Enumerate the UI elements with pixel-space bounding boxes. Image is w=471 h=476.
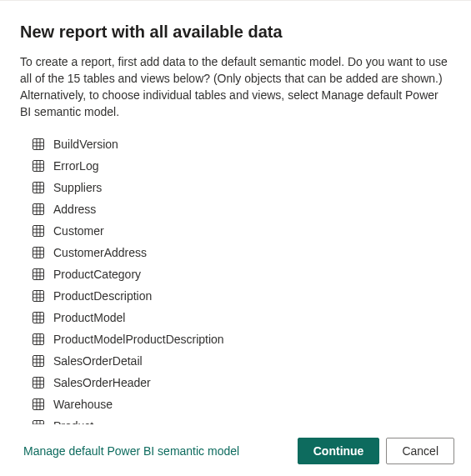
dialog-description: To create a report, first add data to th… <box>20 53 451 120</box>
table-icon <box>32 246 45 259</box>
svg-rect-10 <box>33 183 44 193</box>
new-report-dialog: New report with all available data To cr… <box>0 1 471 476</box>
table-item: BuildVersion <box>32 133 451 155</box>
manage-semantic-model-link[interactable]: Manage default Power BI semantic model <box>20 444 239 458</box>
table-item: CustomerAddress <box>32 242 451 263</box>
table-item-label: Suppliers <box>53 181 102 194</box>
svg-rect-40 <box>33 313 44 323</box>
table-item: ProductDescription <box>32 285 451 307</box>
table-icon <box>32 354 45 368</box>
dialog-title: New report with all available data <box>20 23 454 42</box>
footer-buttons: Continue Cancel <box>298 438 454 464</box>
table-item: Suppliers <box>32 177 451 198</box>
dialog-content-scroll[interactable]: To create a report, first add data to th… <box>20 53 459 424</box>
table-item: Warehouse <box>32 393 451 415</box>
table-icon <box>32 224 45 238</box>
table-item: SalesOrderHeader <box>32 372 451 393</box>
svg-rect-15 <box>33 204 44 215</box>
table-item: ErrorLog <box>32 155 451 177</box>
table-icon <box>32 289 45 303</box>
table-item: ProductCategory <box>32 263 451 285</box>
cancel-button[interactable]: Cancel <box>386 438 454 464</box>
table-item: Product <box>32 415 451 424</box>
svg-rect-50 <box>33 356 44 367</box>
table-item: ProductModel <box>32 307 451 328</box>
table-item-label: ErrorLog <box>53 159 98 173</box>
table-item: ProductModelProductDescription <box>32 328 451 350</box>
dialog-footer: Manage default Power BI semantic model C… <box>20 424 454 464</box>
table-icon <box>32 398 45 411</box>
table-icon <box>32 268 45 281</box>
table-item: Address <box>32 198 451 220</box>
table-item-label: SalesOrderHeader <box>53 376 151 389</box>
svg-rect-35 <box>33 291 44 302</box>
table-item-label: ProductCategory <box>53 268 141 281</box>
svg-rect-30 <box>33 269 44 280</box>
table-icon <box>32 311 45 324</box>
table-icon <box>32 203 45 216</box>
svg-rect-20 <box>33 226 44 237</box>
svg-rect-25 <box>33 248 44 258</box>
table-item-label: Customer <box>53 224 104 238</box>
table-item-label: ProductModelProductDescription <box>53 333 224 346</box>
table-item-label: CustomerAddress <box>53 246 147 259</box>
svg-rect-55 <box>33 378 44 388</box>
table-item-label: Address <box>53 203 96 216</box>
table-item-label: ProductDescription <box>53 289 152 303</box>
table-item-label: Warehouse <box>53 398 113 411</box>
table-icon <box>32 159 45 173</box>
table-list: BuildVersionErrorLogSuppliersAddressCust… <box>20 133 451 424</box>
svg-rect-5 <box>33 161 44 172</box>
table-icon <box>32 376 45 389</box>
table-item-label: BuildVersion <box>53 138 118 151</box>
table-item: Customer <box>32 220 451 242</box>
svg-rect-60 <box>33 399 44 410</box>
table-icon <box>32 333 45 346</box>
table-item: SalesOrderDetail <box>32 350 451 372</box>
continue-button[interactable]: Continue <box>298 438 380 464</box>
table-item-label: SalesOrderDetail <box>53 354 143 368</box>
table-item-label: ProductModel <box>53 311 125 324</box>
table-icon <box>32 138 45 151</box>
table-icon <box>32 181 45 194</box>
svg-rect-0 <box>33 139 44 150</box>
svg-rect-45 <box>33 334 44 345</box>
